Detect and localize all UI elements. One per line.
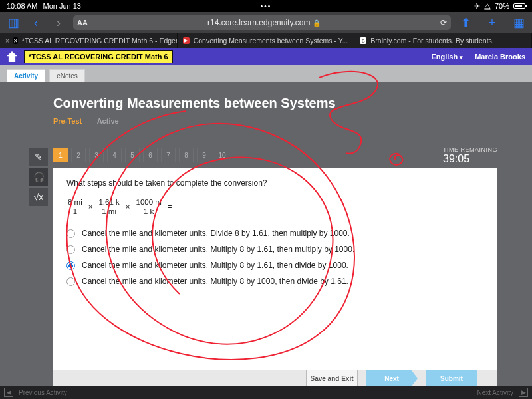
- question-number-row: 1 2 3 4 5 6 7 8 9 10: [53, 148, 229, 162]
- option-text: Cancel the mile and kilometer units. Div…: [82, 229, 350, 238]
- radio-icon[interactable]: [66, 277, 75, 286]
- answer-option[interactable]: Cancel the mile and kilometer units. Mul…: [66, 277, 484, 286]
- option-text: Cancel the mile and kilometer units. Mul…: [82, 245, 354, 254]
- ipad-bottom-bar: ◀ Previous Activity Next Activity ▶: [0, 386, 532, 399]
- answer-option[interactable]: Cancel the mile and kilometer units. Mul…: [66, 245, 484, 254]
- browser-tab[interactable]: ▶ Converting Measurements between System…: [178, 33, 355, 48]
- timer-label: TIME REMAINING: [443, 146, 497, 153]
- forward-icon: ›: [51, 15, 66, 31]
- multitask-dots[interactable]: •••: [261, 3, 272, 10]
- question-num[interactable]: 3: [89, 148, 104, 162]
- prev-activity-button[interactable]: ◀: [4, 388, 13, 397]
- browser-tab[interactable]: × ✕ *TCSS AL RECOVERING CREDIT Math 6 - …: [0, 33, 178, 48]
- tab-label: Converting Measurements between Systems …: [194, 37, 348, 45]
- tool-column: ✎ 🎧 √x: [29, 148, 48, 206]
- option-text: Cancel the mile and kilometer units. Mul…: [82, 277, 348, 286]
- question-num[interactable]: 5: [125, 148, 140, 162]
- browser-tab[interactable]: B Brainly.com - For students. By student…: [354, 33, 532, 48]
- pretest-label[interactable]: Pre-Test: [53, 117, 82, 125]
- radio-icon[interactable]: [66, 229, 75, 238]
- tab-label: Brainly.com - For students. By students.: [370, 37, 493, 45]
- headphones-icon[interactable]: 🎧: [29, 168, 48, 186]
- next-activity-label: Next Activity: [477, 389, 513, 396]
- question-num[interactable]: 4: [107, 148, 122, 162]
- option-text: Cancel the mile and kilometer units. Mul…: [82, 261, 348, 270]
- share-icon[interactable]: ⬆: [458, 15, 473, 31]
- next-button[interactable]: Next: [366, 370, 418, 386]
- timer: TIME REMAINING 39:05: [443, 146, 497, 165]
- question-card: What steps should be taken to complete t…: [53, 168, 497, 386]
- airplay-icon: ✈: [474, 2, 480, 11]
- battery-icon: [513, 3, 525, 9]
- close-tab-icon[interactable]: ×: [5, 37, 9, 45]
- chevron-down-icon: ▾: [460, 54, 463, 61]
- safari-toolbar: ▥ ‹ › AA r14.core.learn.edgenuity.com 🔒 …: [0, 12, 532, 33]
- tab-favicon: B: [360, 37, 366, 44]
- card-footer: Save and Exit Next Submit: [53, 370, 497, 386]
- refresh-icon[interactable]: ⟳: [440, 18, 447, 27]
- battery-percent: 70%: [495, 2, 509, 10]
- edgenuity-header: *TCSS AL RECOVERING CREDIT Math 6 Englis…: [0, 48, 532, 65]
- new-tab-icon[interactable]: +: [484, 15, 500, 31]
- edgenuity-subnav: Activity eNotes: [0, 65, 532, 82]
- tab-label: *TCSS AL RECOVERING CREDIT Math 6 - Edge…: [22, 37, 178, 45]
- browser-tab-strip: × ✕ *TCSS AL RECOVERING CREDIT Math 6 - …: [0, 33, 532, 48]
- breadcrumb[interactable]: *TCSS AL RECOVERING CREDIT Math 6: [24, 50, 173, 63]
- question-num[interactable]: 10: [215, 148, 229, 162]
- radio-icon[interactable]: [66, 261, 75, 270]
- address-bar[interactable]: AA r14.core.learn.edgenuity.com 🔒 ⟳: [73, 15, 451, 30]
- tab-enotes[interactable]: eNotes: [49, 69, 85, 82]
- lock-icon: 🔒: [313, 19, 321, 27]
- prev-activity-label: Previous Activity: [19, 389, 67, 396]
- formula-icon[interactable]: √x: [29, 188, 48, 206]
- radio-icon[interactable]: [66, 245, 75, 254]
- conversion-expression: 8 mi1 × 1.61 k1 mi × 1000 m1 k =: [66, 198, 484, 215]
- wifi-icon: ⧋: [484, 2, 491, 11]
- active-label: Active: [97, 117, 119, 125]
- pencil-icon[interactable]: ✎: [29, 148, 48, 166]
- submit-button[interactable]: Submit: [426, 370, 477, 386]
- answer-option[interactable]: Cancel the mile and kilometer units. Mul…: [66, 261, 484, 270]
- status-time: 10:08 AM: [7, 2, 37, 10]
- user-name[interactable]: Marcia Brooks: [475, 53, 525, 61]
- question-num[interactable]: 6: [143, 148, 158, 162]
- question-num[interactable]: 8: [179, 148, 194, 162]
- timer-value: 39:05: [443, 153, 497, 165]
- answer-option[interactable]: Cancel the mile and kilometer units. Div…: [66, 229, 484, 238]
- question-num[interactable]: 9: [197, 148, 211, 162]
- text-size-icon[interactable]: AA: [77, 19, 88, 27]
- answer-options: Cancel the mile and kilometer units. Div…: [66, 229, 484, 286]
- question-prompt: What steps should be taken to complete t…: [66, 178, 484, 188]
- home-icon[interactable]: [7, 51, 17, 62]
- tabs-icon[interactable]: ▦: [511, 15, 527, 31]
- lesson-title: Converting Measurements between Systems: [53, 96, 497, 111]
- ipad-status-bar: 10:08 AM Mon Jun 13 ••• ✈ ⧋ 70%: [0, 0, 532, 12]
- question-num[interactable]: 1: [53, 148, 68, 162]
- save-exit-button[interactable]: Save and Exit: [306, 370, 358, 386]
- sidebar-icon[interactable]: ▥: [5, 15, 21, 31]
- page-content: *TCSS AL RECOVERING CREDIT Math 6 Englis…: [0, 48, 532, 386]
- next-activity-button[interactable]: ▶: [519, 388, 528, 397]
- url-text: r14.core.learn.edgenuity.com: [207, 18, 311, 27]
- tab-activity[interactable]: Activity: [7, 69, 45, 82]
- status-date: Mon Jun 13: [43, 2, 80, 10]
- tab-favicon: ✕: [13, 37, 18, 44]
- question-num[interactable]: 7: [161, 148, 176, 162]
- tab-favicon: ▶: [183, 37, 190, 44]
- back-icon[interactable]: ‹: [28, 15, 44, 31]
- language-selector[interactable]: English ▾: [431, 53, 463, 61]
- question-num[interactable]: 2: [71, 148, 86, 162]
